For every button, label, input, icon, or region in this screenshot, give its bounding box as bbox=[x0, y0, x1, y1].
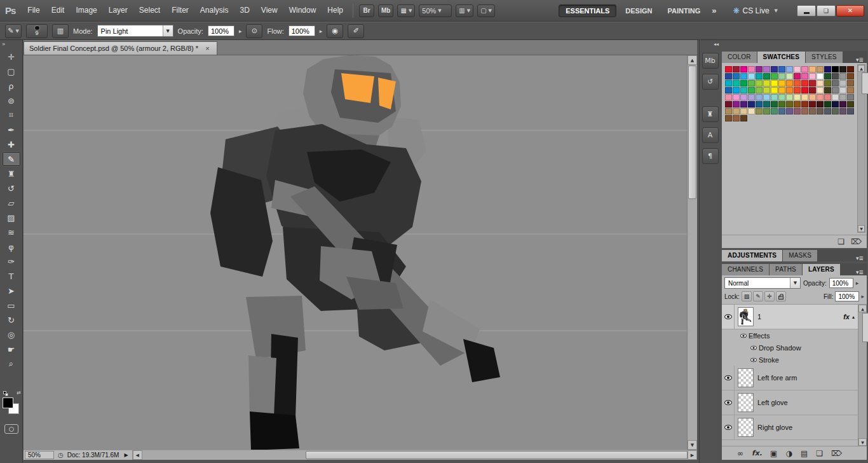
hand-tool[interactable]: ☛ bbox=[3, 342, 20, 356]
color-swatch-10[interactable] bbox=[801, 66, 808, 73]
opacity-slider-arrow[interactable]: ▸ bbox=[239, 28, 242, 34]
color-swatch-11[interactable] bbox=[809, 66, 816, 73]
scroll-thumb[interactable] bbox=[862, 73, 868, 94]
color-swatch-59[interactable] bbox=[786, 87, 793, 93]
menu-select[interactable]: Select bbox=[133, 0, 166, 21]
color-swatch-116[interactable] bbox=[832, 108, 839, 114]
color-swatch-99[interactable] bbox=[832, 101, 839, 107]
new-swatch-icon[interactable]: ❏ bbox=[837, 237, 844, 246]
color-swatch-28[interactable] bbox=[809, 73, 816, 79]
color-swatch-103[interactable] bbox=[733, 108, 740, 114]
adjustment-layer-icon[interactable]: ◑ bbox=[785, 449, 792, 458]
color-swatch-55[interactable] bbox=[756, 87, 763, 93]
color-swatch-57[interactable] bbox=[771, 87, 778, 93]
color-swatch-114[interactable] bbox=[817, 108, 824, 114]
color-swatch-109[interactable] bbox=[778, 108, 785, 114]
tab-paths[interactable]: PATHS bbox=[770, 264, 803, 275]
launch-bridge-button[interactable]: Br bbox=[359, 4, 374, 17]
tablet-pressure-opacity-button[interactable]: ⊙ bbox=[246, 24, 262, 38]
scroll-up-arrow[interactable]: ▲ bbox=[688, 55, 697, 65]
layer-thumbnail[interactable] bbox=[738, 418, 754, 437]
color-swatch-49[interactable] bbox=[839, 80, 846, 86]
layer-opacity-input[interactable]: 100% bbox=[829, 278, 853, 288]
color-swatch-92[interactable] bbox=[778, 101, 785, 107]
collapse-tools-arrows[interactable]: » bbox=[0, 40, 22, 48]
layer-row-effects[interactable]: Effects bbox=[722, 329, 858, 342]
scroll-track[interactable] bbox=[858, 312, 867, 438]
color-swatch-80[interactable] bbox=[817, 94, 824, 100]
color-swatch-110[interactable] bbox=[786, 108, 793, 114]
blend-mode-select[interactable]: Pin Light ▼ bbox=[97, 25, 173, 37]
color-swatch-41[interactable] bbox=[778, 80, 785, 86]
color-swatch-37[interactable] bbox=[748, 80, 755, 86]
color-swatch-3[interactable] bbox=[748, 66, 755, 73]
quick-mask-button[interactable] bbox=[4, 424, 18, 434]
layer-blend-mode-select[interactable]: Normal ▼ bbox=[724, 277, 801, 289]
collapse-effects-arrow[interactable]: ▴ bbox=[852, 314, 855, 320]
color-swatch-68[interactable] bbox=[725, 94, 732, 100]
foreground-color-swatch[interactable] bbox=[3, 397, 13, 408]
color-swatch-38[interactable] bbox=[756, 80, 763, 86]
eyedropper-tool[interactable]: ✒ bbox=[3, 123, 20, 137]
menu-analysis[interactable]: Analysis bbox=[194, 0, 234, 21]
pen-tool[interactable]: ✑ bbox=[3, 254, 20, 268]
color-swatch-33[interactable] bbox=[847, 73, 854, 79]
lasso-tool[interactable]: ρ bbox=[3, 79, 20, 93]
color-swatch-61[interactable] bbox=[801, 87, 808, 93]
layer-row-stroke[interactable]: Stroke bbox=[722, 354, 858, 366]
color-swatch-82[interactable] bbox=[832, 94, 839, 100]
rectangular-marquee-tool[interactable]: ▢ bbox=[3, 64, 20, 78]
arrange-documents-button[interactable]: ▥ ▼ bbox=[456, 4, 473, 17]
color-swatch-112[interactable] bbox=[801, 108, 808, 114]
layer-fill-slider-arrow[interactable]: ▸ bbox=[861, 293, 864, 300]
color-swatch-115[interactable] bbox=[824, 108, 831, 114]
color-swatch-119[interactable] bbox=[725, 115, 732, 121]
color-swatch-88[interactable] bbox=[748, 101, 755, 107]
orbit-3d-tool[interactable]: ◎ bbox=[3, 328, 20, 342]
color-swatch-16[interactable] bbox=[847, 66, 854, 73]
crop-tool[interactable]: ⌗ bbox=[3, 108, 20, 122]
color-swatch-34[interactable] bbox=[725, 80, 732, 86]
visibility-toggle[interactable] bbox=[722, 390, 735, 415]
layer-group-icon[interactable]: ▤ bbox=[801, 449, 808, 458]
clone-stamp-tool[interactable]: ♜ bbox=[3, 167, 20, 181]
screen-mode-button[interactable]: ▢ ▼ bbox=[477, 4, 495, 17]
scroll-thumb[interactable] bbox=[306, 451, 688, 459]
layer-thumbnail[interactable] bbox=[738, 393, 754, 412]
color-swatch-98[interactable] bbox=[824, 101, 831, 107]
color-swatch-97[interactable] bbox=[817, 101, 824, 107]
color-swatch-13[interactable] bbox=[824, 66, 831, 73]
menu-window[interactable]: Window bbox=[283, 0, 322, 21]
layer-row-left-fore-arm[interactable]: Left fore arm bbox=[722, 366, 858, 390]
menu-edit[interactable]: Edit bbox=[46, 0, 71, 21]
color-swatch-21[interactable] bbox=[756, 73, 763, 79]
history-panel-icon[interactable]: ↺ bbox=[702, 74, 719, 90]
color-swatch-56[interactable] bbox=[763, 87, 770, 93]
cs-live-button[interactable]: ❋ CS Live ▼ bbox=[733, 6, 778, 15]
color-swatch-52[interactable] bbox=[733, 87, 740, 93]
tab-adjustments[interactable]: ADJUSTMENTS bbox=[722, 250, 783, 261]
scroll-track[interactable] bbox=[142, 450, 688, 460]
color-swatch-104[interactable] bbox=[740, 108, 747, 114]
zoom-level-dropdown[interactable]: 50% ▼ bbox=[419, 4, 452, 17]
layer-mask-icon[interactable]: ▣ bbox=[770, 449, 777, 458]
brush-tool[interactable]: ✎ bbox=[3, 152, 20, 166]
color-swatch-69[interactable] bbox=[733, 94, 740, 100]
zoom-tool[interactable]: ⌕ bbox=[3, 357, 20, 371]
color-swatch-72[interactable] bbox=[756, 94, 763, 100]
color-swatch-5[interactable] bbox=[763, 66, 770, 73]
color-swatch-105[interactable] bbox=[748, 108, 755, 114]
layer-style-icon[interactable]: fx. bbox=[752, 449, 762, 457]
color-swatch-12[interactable] bbox=[817, 66, 824, 73]
color-swatch-18[interactable] bbox=[733, 73, 740, 79]
lock-all-icon[interactable] bbox=[776, 291, 786, 301]
lock-position-icon[interactable]: ✛ bbox=[764, 291, 775, 301]
path-selection-tool[interactable]: ➤ bbox=[3, 284, 20, 298]
layer-row-right-glove[interactable]: Right glove bbox=[722, 415, 858, 440]
lock-transparency-icon[interactable]: ▨ bbox=[742, 291, 752, 301]
close-tab-icon[interactable]: × bbox=[203, 44, 211, 53]
color-swatch-42[interactable] bbox=[786, 80, 793, 86]
horizontal-scrollbar[interactable]: ◀ ▶ bbox=[132, 450, 697, 460]
history-brush-tool[interactable]: ↺ bbox=[3, 181, 20, 195]
layers-scrollbar[interactable]: ▲ ▼ bbox=[858, 305, 867, 446]
